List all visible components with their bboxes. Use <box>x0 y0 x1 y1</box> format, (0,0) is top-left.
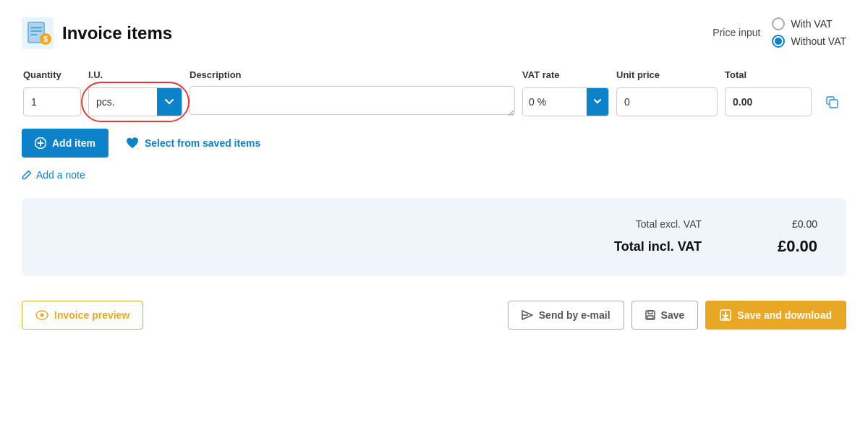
download-icon <box>720 309 731 321</box>
total-incl-value: £0.00 <box>760 237 817 256</box>
quantity-cell <box>23 87 81 116</box>
invoice-icon: $ <box>22 17 54 49</box>
iu-select[interactable]: pcs. hrs. kg m l <box>89 88 157 116</box>
col-header-vat: VAT rate <box>522 69 609 80</box>
actions-row: Add item Select from saved items <box>22 129 846 158</box>
vat-select[interactable]: 0 % 5 % 10 % 20 % <box>523 88 587 116</box>
save-button[interactable]: Save <box>631 301 699 330</box>
save-label: Save <box>661 309 685 321</box>
total-input[interactable] <box>725 87 812 116</box>
table-header-row: Quantity I.U. Description VAT rate Unit … <box>22 69 846 80</box>
col-header-unit-price: Unit price <box>616 69 718 80</box>
col-header-quantity: Quantity <box>23 69 81 80</box>
add-note-label: Add a note <box>36 169 85 181</box>
add-item-button[interactable]: Add item <box>22 129 109 158</box>
col-header-iu: I.U. <box>88 69 182 80</box>
total-excl-value: £0.00 <box>760 218 817 230</box>
page-title: Invoice items <box>62 23 172 43</box>
send-email-button[interactable]: Send by e-mail <box>508 301 624 330</box>
iu-cell: pcs. hrs. kg m l <box>88 87 182 116</box>
eye-icon <box>35 310 48 320</box>
col-header-description: Description <box>190 69 515 80</box>
svg-rect-4 <box>30 34 38 35</box>
svg-rect-3 <box>30 30 42 32</box>
radio-with-vat[interactable]: With VAT <box>772 17 846 30</box>
vat-select-wrapper: 0 % 5 % 10 % 20 % <box>522 87 609 116</box>
save-download-label: Save and download <box>737 309 832 321</box>
svg-rect-2 <box>30 27 42 29</box>
quantity-input[interactable] <box>23 87 81 116</box>
select-saved-label: Select from saved items <box>145 137 260 149</box>
send-icon <box>522 310 533 320</box>
svg-text:$: $ <box>43 35 48 43</box>
total-incl-label: Total incl. VAT <box>614 239 702 254</box>
heart-icon <box>126 137 139 149</box>
save-icon <box>645 310 655 320</box>
svg-rect-19 <box>647 316 653 319</box>
copy-icon[interactable] <box>819 95 845 109</box>
price-input-label: Price input <box>712 27 760 38</box>
total-incl-row: Total incl. VAT £0.00 <box>51 237 817 256</box>
totals-section: Total excl. VAT £0.00 Total incl. VAT £0… <box>22 198 846 276</box>
vat-dropdown-arrow[interactable] <box>587 88 608 116</box>
resize-handle-icon <box>506 108 514 116</box>
footer-right: Send by e-mail Save Save and download <box>508 301 846 330</box>
title-section: $ Invoice items <box>22 17 172 49</box>
total-cell <box>725 87 812 116</box>
add-item-label: Add item <box>52 137 95 149</box>
items-table: Quantity I.U. Description VAT rate Unit … <box>22 69 846 117</box>
save-download-button[interactable]: Save and download <box>705 301 846 330</box>
with-vat-label: With VAT <box>791 18 832 30</box>
unit-price-input[interactable] <box>616 87 718 116</box>
unit-price-cell <box>616 87 718 116</box>
svg-rect-9 <box>830 100 838 108</box>
add-note-link[interactable]: Add a note <box>22 169 846 181</box>
send-email-label: Send by e-mail <box>539 309 610 321</box>
total-excl-row: Total excl. VAT £0.00 <box>51 218 817 230</box>
price-radio-group: With VAT Without VAT <box>772 17 846 48</box>
select-saved-button[interactable]: Select from saved items <box>117 129 269 158</box>
radio-circle-with-vat <box>772 17 785 30</box>
iu-dropdown-arrow[interactable] <box>157 88 182 116</box>
invoice-preview-button[interactable]: Invoice preview <box>22 301 143 330</box>
svg-line-8 <box>511 113 514 116</box>
iu-select-wrapper: pcs. hrs. kg m l <box>88 87 182 116</box>
total-excl-label: Total excl. VAT <box>636 218 702 230</box>
description-cell <box>190 86 515 117</box>
description-input[interactable] <box>190 86 515 115</box>
table-row: pcs. hrs. kg m l <box>22 86 846 117</box>
footer: Invoice preview Send by e-mail Save <box>22 298 846 330</box>
plus-icon <box>35 137 46 149</box>
invoice-preview-label: Invoice preview <box>54 309 129 321</box>
price-input-section: Price input With VAT Without VAT <box>712 17 846 48</box>
without-vat-label: Without VAT <box>791 35 846 47</box>
pencil-icon <box>22 170 32 180</box>
col-header-total: Total <box>725 69 812 80</box>
page-header: $ Invoice items Price input With VAT Wit… <box>22 17 846 49</box>
svg-point-14 <box>41 314 44 317</box>
radio-circle-without-vat <box>772 35 785 48</box>
vat-cell: 0 % 5 % 10 % 20 % <box>522 87 609 116</box>
svg-rect-18 <box>648 311 652 314</box>
radio-without-vat[interactable]: Without VAT <box>772 35 846 48</box>
